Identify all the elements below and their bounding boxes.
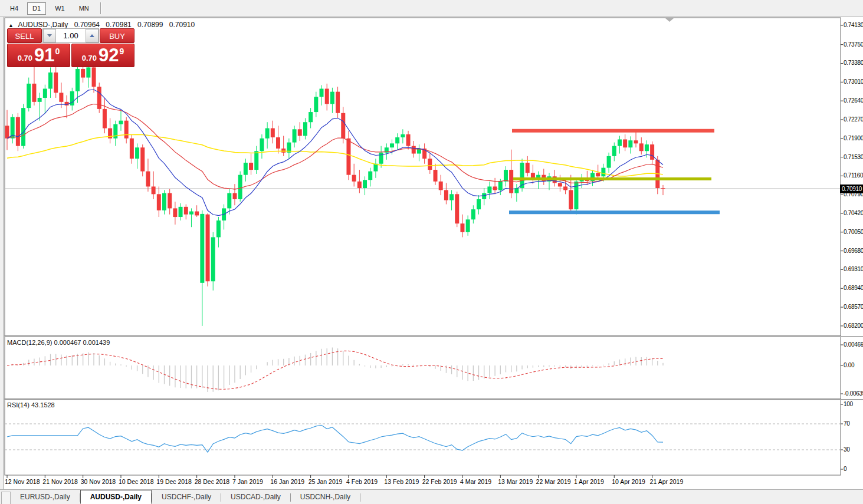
date-axis-label: 19 Dec 2018 xyxy=(156,478,192,485)
buy-price-prefix: 0.70 xyxy=(82,54,97,62)
chart-title: ▲ AUDUSD-,Daily 0.70964 0.70981 0.70899 … xyxy=(8,21,195,29)
window-left-edge xyxy=(0,17,4,489)
date-axis-label: 10 Apr 2019 xyxy=(612,478,645,485)
buy-button[interactable]: BUY xyxy=(100,28,134,43)
triangle-down-icon xyxy=(47,34,52,37)
buy-price-pipette: 9 xyxy=(120,47,124,56)
rsi-axis-label: 0 xyxy=(844,466,863,472)
macd-histogram xyxy=(7,347,663,392)
price-axis-label: 0.71160 xyxy=(844,172,863,179)
date-axis-label: 28 Dec 2018 xyxy=(195,478,230,485)
price-axis-label: 0.72640 xyxy=(844,97,863,104)
symbol-tab-usdcnh[interactable]: USDCNH-,Daily xyxy=(291,490,360,504)
macd-axis-label: 0.004694 xyxy=(844,341,863,348)
ohlc-open: 0.70964 xyxy=(74,21,100,29)
macd-values: 0.000467 0.001439 xyxy=(54,339,110,346)
sell-price-pipette: 0 xyxy=(55,47,60,56)
price-axis-label: 0.70050 xyxy=(844,229,863,235)
price-axis-label: 0.71530 xyxy=(844,154,863,160)
date-axis-label: 21 Apr 2019 xyxy=(650,478,684,485)
rsi-axis-label: 30 xyxy=(844,446,863,453)
triangle-up-icon xyxy=(90,34,94,37)
chart-symbol-label: AUDUSD-,Daily xyxy=(18,21,68,29)
price-axis-label: 0.73750 xyxy=(844,41,863,48)
rsi-value: 43.1528 xyxy=(31,401,55,409)
symbol-tab-audusd[interactable]: AUDUSD-,Daily xyxy=(80,490,152,504)
macd-signal-line xyxy=(7,351,663,389)
objects-arrow-icon: ▲ xyxy=(8,22,14,28)
one-click-trading-panel: SELL 1.00 BUY 0.70 91 0 0.70 92 9 xyxy=(7,28,134,67)
sell-price-prefix: 0.70 xyxy=(18,54,32,62)
ohlc-close: 0.70910 xyxy=(169,21,195,29)
price-axis-label: 0.68570 xyxy=(844,304,863,310)
date-axis-label: 7 Jan 2019 xyxy=(232,478,263,485)
symbol-tab-usdchf[interactable]: USDCHF-,Daily xyxy=(152,490,221,504)
chart-shift-marker-icon[interactable] xyxy=(665,18,674,22)
timeframe-toolbar: H4D1W1MN xyxy=(0,0,863,17)
ohlc-low: 0.70899 xyxy=(137,21,163,29)
rsi-label: RSI(14) 43.1528 xyxy=(7,401,55,409)
timeframe-tab-mn[interactable]: MN xyxy=(74,2,94,15)
date-axis-label: 21 Nov 2018 xyxy=(42,478,78,485)
symbol-tab-usdcad[interactable]: USDCAD-,Daily xyxy=(221,490,290,504)
date-axis-label: 13 Mar 2019 xyxy=(498,478,533,485)
macd-label: MACD(12,26,9) 0.000467 0.001439 xyxy=(7,339,110,346)
price-axis-label: 0.73380 xyxy=(844,60,863,66)
date-axis-label: 12 Nov 2018 xyxy=(5,478,40,485)
ma-slow-line xyxy=(7,134,663,176)
timeframe-tab-d1[interactable]: D1 xyxy=(27,2,46,15)
price-axis-label: 0.68940 xyxy=(844,285,863,291)
volume-decrease-button[interactable] xyxy=(43,29,56,42)
rsi-axis-label: 70 xyxy=(844,420,863,427)
price-chart-canvas[interactable] xyxy=(0,0,863,504)
date-axis-label: 22 Mar 2019 xyxy=(536,478,571,485)
symbol-tab-bar: EURUSD-,DailyAUDUSD-,DailyUSDCHF-,DailyU… xyxy=(0,489,863,504)
rsi-line xyxy=(7,425,663,452)
tab-separator xyxy=(360,493,360,502)
date-axis-label: 30 Nov 2018 xyxy=(81,478,116,485)
price-axis-label: 0.68200 xyxy=(844,322,863,329)
trading-terminal-window: H4D1W1MN ▲ AUDUSD-,Daily 0.70964 0.70981… xyxy=(0,0,863,504)
volume-increase-button[interactable] xyxy=(86,29,99,42)
sell-button[interactable]: SELL xyxy=(7,28,42,43)
date-axis-label: 22 Feb 2019 xyxy=(422,478,457,485)
price-axis-label: 0.73010 xyxy=(844,78,863,85)
macd-axis-label: -0.00639 xyxy=(844,390,863,397)
ohlc-high: 0.70981 xyxy=(106,21,131,29)
date-axis-label: 25 Jan 2019 xyxy=(309,478,343,485)
rsi-axis-label: 100 xyxy=(844,401,863,407)
date-axis-label: 4 Feb 2019 xyxy=(346,478,378,485)
price-axis-label: 0.74130 xyxy=(844,22,863,28)
date-axis-label: 4 Mar 2019 xyxy=(460,478,491,485)
price-axis-label: 0.71900 xyxy=(844,135,863,141)
date-axis-label: 16 Jan 2019 xyxy=(270,478,304,485)
macd-axis-label: 0.00 xyxy=(844,362,863,368)
price-axis-label: 0.69310 xyxy=(844,266,863,272)
price-axis-label: 0.72270 xyxy=(844,116,863,123)
volume-spinner: 1.00 xyxy=(42,28,99,43)
date-axis-label: 13 Feb 2019 xyxy=(384,478,419,485)
sell-price-panel[interactable]: 0.70 91 0 xyxy=(7,44,70,67)
date-axis-label: 1 Apr 2019 xyxy=(574,478,604,485)
candles-layer xyxy=(5,62,665,326)
sell-price-big: 91 xyxy=(34,45,54,65)
toolbar-separator xyxy=(100,2,101,14)
current-price-tag: 0.70910 xyxy=(840,185,863,193)
buy-price-big: 92 xyxy=(99,45,119,65)
buy-price-panel[interactable]: 0.70 92 9 xyxy=(71,44,134,67)
price-axis-label: 0.70420 xyxy=(844,210,863,216)
symbol-tab-eurusd[interactable]: EURUSD-,Daily xyxy=(11,490,80,504)
volume-input[interactable]: 1.00 xyxy=(56,29,86,42)
date-axis-label: 10 Dec 2018 xyxy=(119,478,154,485)
timeframe-tab-w1[interactable]: W1 xyxy=(50,2,70,15)
timeframe-tab-h4[interactable]: H4 xyxy=(5,2,24,15)
price-axis-label: 0.69680 xyxy=(844,248,863,254)
tab-bar-stub xyxy=(1,492,11,504)
